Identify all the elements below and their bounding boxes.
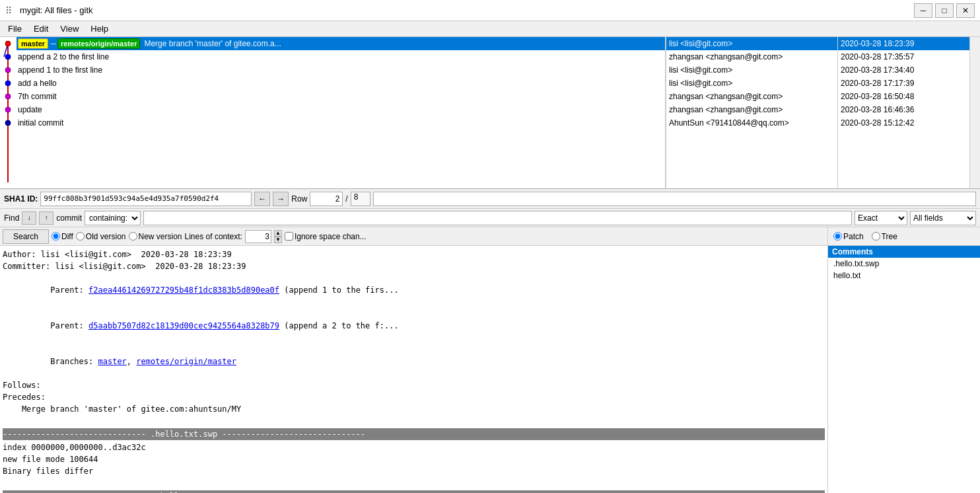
maximize-button[interactable]: □ [935, 3, 954, 18]
commit-row[interactable]: initial commit [17, 116, 665, 130]
menu-edit[interactable]: Edit [28, 22, 53, 35]
tree-label: Tree [882, 232, 897, 241]
diff-parent1-line: Parent: f2aea44614269727295b48f1dc8383b5… [3, 272, 825, 308]
diff-radio[interactable] [52, 232, 60, 241]
commit-scrollbar[interactable] [969, 37, 980, 188]
svg-point-5 [5, 81, 11, 86]
diff-file2-header: -------------------------------- hello.t… [3, 490, 825, 493]
window-title: mygit: All files - gitk [20, 5, 93, 15]
file-list-content: .hello.txt.swp hello.txt [828, 258, 980, 493]
ignore-space-text: Ignore space chan... [295, 232, 367, 241]
new-version-radio-label[interactable]: New version [129, 232, 182, 241]
file-item[interactable]: .hello.txt.swp [828, 258, 980, 270]
window-grip-icon: ⠿ [5, 5, 12, 16]
author-row[interactable]: zhangsan <zhangsan@git.com> [666, 90, 837, 103]
ignore-space-checkbox[interactable] [285, 232, 293, 241]
find-fields-select[interactable]: All fields [910, 211, 976, 225]
branch-link2[interactable]: remotes/origin/master [136, 357, 236, 366]
parent1-link[interactable]: f2aea44614269727295b48f1dc8383b5d890ea0f [88, 285, 279, 295]
author-row[interactable]: AhuntSun <791410844@qq.com> [666, 116, 837, 130]
search-options-row: Search Diff Old version New version Line… [0, 227, 827, 246]
patch-tree-row: Patch Tree [828, 227, 980, 246]
svg-point-6 [5, 94, 11, 99]
menu-help[interactable]: Help [85, 22, 114, 35]
diff-blank2 [3, 477, 825, 489]
diff-precedes-line: Precedes: [3, 391, 825, 403]
sha1-label: SHA1 ID: [4, 194, 38, 204]
patch-radio-label[interactable]: Patch [833, 232, 864, 241]
menu-file[interactable]: File [3, 22, 27, 35]
branch-master-label: master [18, 38, 48, 49]
commit-row[interactable]: update [17, 103, 665, 116]
commit-row[interactable]: append a 2 to the first line [17, 50, 665, 63]
commit-area: master ─ remotes/origin/master Merge bra… [0, 37, 980, 189]
date-row[interactable]: 2020-03-28 16:50:48 [838, 90, 969, 103]
find-exact-select[interactable]: Exact [855, 211, 907, 225]
date-row[interactable]: 2020-03-28 17:17:39 [838, 77, 969, 90]
parent2-link[interactable]: d5aabb7507d82c18139d00cec9425564a8328b79 [88, 321, 279, 330]
commit-message-text: add a hello [18, 79, 57, 88]
commit-message-text: append a 2 to the first line [18, 52, 109, 61]
date-row[interactable]: 2020-03-28 15:12:42 [838, 116, 969, 130]
sort-down-button[interactable]: ↓ [22, 211, 36, 225]
date-row[interactable]: 2020-03-28 16:46:36 [838, 103, 969, 116]
context-input[interactable] [245, 230, 271, 243]
diff-radio-label[interactable]: Diff [52, 232, 73, 241]
menubar: File Edit View Help [0, 21, 980, 37]
commit-messages: master ─ remotes/origin/master Merge bra… [17, 37, 665, 188]
author-row[interactable]: lisi <lisi@git.com> [666, 37, 837, 50]
commit-row[interactable]: master ─ remotes/origin/master Merge bra… [17, 37, 665, 50]
diff-file1-header: ------------------------------ .hello.tx… [3, 428, 825, 440]
sha1-extra-field[interactable] [373, 192, 976, 206]
date-row[interactable]: 2020-03-28 17:35:57 [838, 50, 969, 63]
search-button[interactable]: Search [3, 229, 49, 244]
sha1-row: SHA1 ID: ← → Row / 8 [0, 189, 980, 209]
author-row[interactable]: lisi <lisi@git.com> [666, 63, 837, 77]
spin-up-button[interactable]: ▲ [274, 230, 282, 237]
sha1-input[interactable] [40, 192, 252, 206]
patch-radio[interactable] [833, 232, 842, 241]
author-row[interactable]: zhangsan <zhangsan@git.com> [666, 50, 837, 63]
tree-radio-label[interactable]: Tree [872, 232, 897, 241]
diff-blank [3, 415, 825, 427]
sort-up-button[interactable]: ↑ [39, 211, 53, 225]
context-spinner[interactable]: ▲ ▼ [274, 230, 282, 243]
menu-view[interactable]: View [55, 22, 84, 35]
diff-label: Diff [61, 232, 73, 241]
old-version-radio[interactable] [76, 232, 85, 241]
nav-forward-button[interactable]: → [273, 192, 289, 206]
new-version-radio[interactable] [129, 232, 137, 241]
close-button[interactable]: ✕ [956, 3, 975, 18]
diff-file1-mode: new file mode 100644 [3, 453, 825, 465]
author-row[interactable]: lisi <lisi@git.com> [666, 77, 837, 90]
svg-point-3 [5, 54, 11, 59]
old-version-radio-label[interactable]: Old version [76, 232, 126, 241]
branch-origin-label: remotes/origin/master [57, 38, 141, 49]
right-panel: Patch Tree Comments .hello.txt.swp hello… [828, 227, 980, 493]
branch-link1[interactable]: master [98, 357, 127, 366]
find-row: Find ↓ ↑ commit containing: Exact All fi… [0, 209, 980, 227]
minimize-button[interactable]: ─ [914, 3, 932, 18]
row-label: Row [291, 194, 307, 204]
nav-back-button[interactable]: ← [254, 192, 270, 206]
find-type-select[interactable]: containing: [85, 211, 141, 225]
diff-author-line: Author: lisi <lisi@git.com> 2020-03-28 1… [3, 248, 825, 260]
commit-row[interactable]: 7th commit [17, 90, 665, 103]
spin-down-button[interactable]: ▼ [274, 237, 282, 243]
commit-message-text: update [18, 105, 42, 114]
svg-point-7 [5, 107, 11, 112]
tree-radio[interactable] [872, 232, 880, 241]
diff-branches-line: Branches: master, remotes/origin/master [3, 344, 825, 379]
svg-point-2 [5, 41, 11, 46]
ignore-space-label[interactable]: Ignore space chan... [285, 232, 367, 241]
commit-row[interactable]: append 1 to the first line [17, 63, 665, 77]
date-row[interactable]: 2020-03-28 17:34:40 [838, 63, 969, 77]
author-row[interactable]: zhangsan <zhangsan@git.com> [666, 103, 837, 116]
row-number-input[interactable] [310, 192, 343, 206]
file-item[interactable]: hello.txt [828, 270, 980, 282]
find-text-input[interactable] [143, 211, 852, 225]
svg-point-4 [5, 67, 11, 73]
date-row[interactable]: 2020-03-28 18:23:39 [838, 37, 969, 50]
diff-content[interactable]: Author: lisi <lisi@git.com> 2020-03-28 1… [0, 246, 827, 493]
commit-row[interactable]: add a hello [17, 77, 665, 90]
